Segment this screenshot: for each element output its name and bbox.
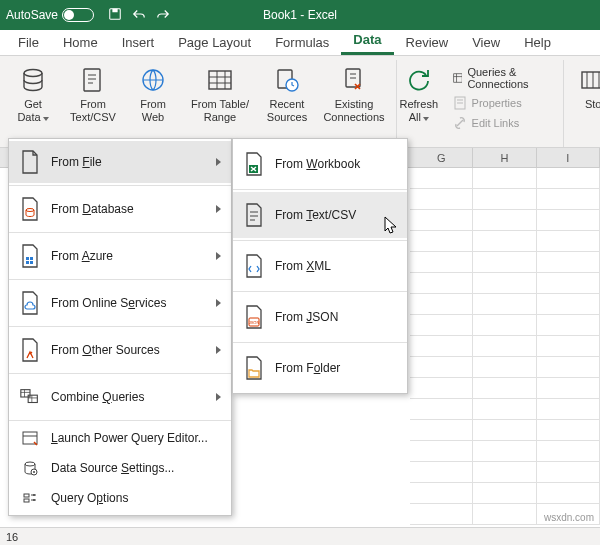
from-table-button[interactable]: From Table/Range [186,62,254,145]
from-table-label: From Table/Range [191,98,249,124]
textcsv-file-icon [243,202,265,228]
redo-icon[interactable] [156,7,170,24]
text-file-icon [77,64,109,96]
tab-help[interactable]: Help [512,31,563,55]
submenu-from-folder[interactable]: From Folder [233,345,407,391]
svg-point-20 [25,462,35,466]
svg-point-22 [33,471,35,473]
menu-from-database-label: From Database [51,202,206,216]
chevron-right-icon [216,299,221,307]
queries-connections-button[interactable]: Queries & Connections [449,64,552,92]
existing-connections-label: ExistingConnections [323,98,384,124]
ribbon-group-queries: RefreshAll Queries & Connections Propert… [397,60,564,147]
json-file-icon: JSON [243,304,265,330]
menu-from-other-sources[interactable]: From Other Sources [9,329,231,371]
menu-from-database[interactable]: From Database [9,188,231,230]
chevron-right-icon [216,158,221,166]
watermark-text: wsxdn.com [544,512,594,523]
refresh-icon [403,64,435,96]
menu-from-online-services[interactable]: From Online Services [9,282,231,324]
recent-sources-button[interactable]: RecentSources [260,62,314,145]
svg-rect-15 [26,261,29,264]
recent-icon [271,64,303,96]
tab-data[interactable]: Data [341,28,393,55]
existing-connections-button[interactable]: ExistingConnections [320,62,388,145]
get-data-button[interactable]: GetData [6,62,60,145]
combine-icon [19,384,41,410]
status-bar: 16 [0,527,600,545]
pq-editor-icon [19,430,41,446]
submenu-from-folder-label: From Folder [275,361,397,375]
excel-file-icon [243,151,265,177]
menu-combine-queries[interactable]: Combine Queries [9,376,231,418]
submenu-from-xml[interactable]: From XML [233,243,407,289]
from-textcsv-button[interactable]: FromText/CSV [66,62,120,145]
properties-label: Properties [472,97,522,109]
stocks-icon [577,64,600,96]
submenu-from-json[interactable]: JSON From JSON [233,294,407,340]
menu-from-file-label: From File [51,155,206,169]
settings-icon [19,460,41,476]
tab-page-layout[interactable]: Page Layout [166,31,263,55]
submenu-from-workbook[interactable]: From Workbook [233,141,407,187]
tab-review[interactable]: Review [394,31,461,55]
recent-sources-label: RecentSources [267,98,307,124]
refresh-all-button[interactable]: RefreshAll [399,62,439,145]
tab-formulas[interactable]: Formulas [263,31,341,55]
edit-links-button[interactable]: Edit Links [449,114,552,132]
col-header-g[interactable]: G [410,148,473,167]
menu-from-file[interactable]: From File [9,141,231,183]
menu-query-options-label: Query Options [51,491,128,505]
svg-rect-9 [453,74,461,82]
chevron-right-icon [216,393,221,401]
azure-icon [19,243,41,269]
stocks-button[interactable]: Sto [566,62,600,145]
menu-launch-pq-editor[interactable]: Launch Power Query Editor... [9,423,231,453]
submenu-from-xml-label: From XML [275,259,397,273]
from-web-label: FromWeb [140,98,166,124]
row-indicator: 16 [6,531,18,543]
svg-rect-11 [582,72,600,88]
svg-rect-13 [26,257,29,260]
globe-icon [137,64,169,96]
menu-from-online-label: From Online Services [51,296,206,310]
save-icon[interactable] [108,7,122,24]
menu-launch-pq-label: Launch Power Query Editor... [51,431,208,445]
menu-data-source-settings[interactable]: Data Source Settings... [9,453,231,483]
menu-query-options[interactable]: Query Options [9,483,231,513]
other-source-icon [19,337,41,363]
ribbon-group-get-transform: GetData FromText/CSV FromWeb From Table/… [4,60,397,147]
chevron-right-icon [216,346,221,354]
svg-rect-16 [30,261,33,264]
undo-icon[interactable] [132,7,146,24]
col-header-h[interactable]: H [473,148,536,167]
svg-text:JSON: JSON [249,320,260,325]
from-web-button[interactable]: FromWeb [126,62,180,145]
from-file-submenu: From Workbook From Text/CSV From XML JSO… [232,138,408,394]
properties-button[interactable]: Properties [449,94,552,112]
menu-from-azure[interactable]: From Azure [9,235,231,277]
svg-point-26 [33,499,35,501]
chevron-right-icon [216,252,221,260]
menu-ds-settings-label: Data Source Settings... [51,461,174,475]
ribbon-group-stocks: Sto [564,60,600,147]
tab-home[interactable]: Home [51,31,110,55]
submenu-from-textcsv[interactable]: From Text/CSV [233,192,407,238]
svg-rect-24 [24,499,29,502]
tab-insert[interactable]: Insert [110,31,167,55]
cloud-file-icon [19,290,41,316]
autosave-toggle[interactable]: AutoSave [6,8,94,22]
svg-rect-5 [209,71,231,89]
toggle-icon [62,8,94,22]
tab-file[interactable]: File [6,31,51,55]
table-icon [204,64,236,96]
options-icon [19,490,41,506]
get-data-menu: From File From Database From Azure From … [8,138,232,516]
submenu-from-workbook-label: From Workbook [275,157,397,171]
title-bar: AutoSave Book1 - Excel [0,0,600,30]
submenu-from-json-label: From JSON [275,310,397,324]
col-header-i[interactable]: I [537,148,600,167]
tab-view[interactable]: View [460,31,512,55]
database-icon [17,64,49,96]
submenu-from-textcsv-label: From Text/CSV [275,208,397,222]
